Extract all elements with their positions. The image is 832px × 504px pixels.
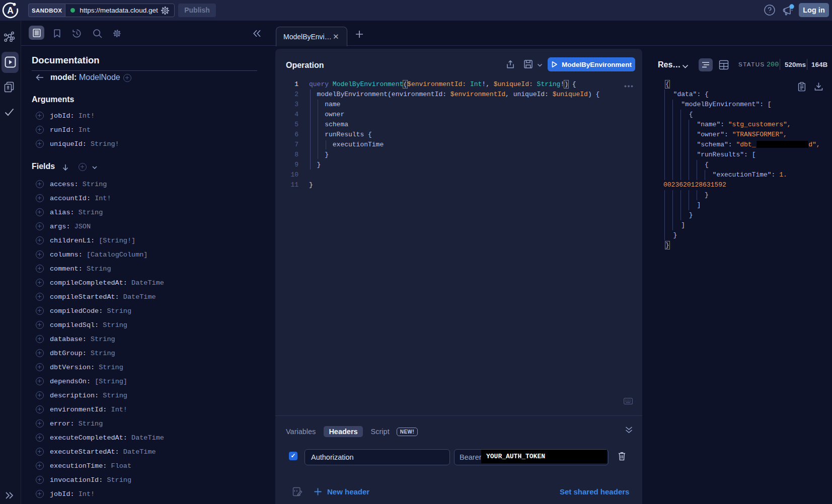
svg-text:A: A — [7, 6, 14, 16]
